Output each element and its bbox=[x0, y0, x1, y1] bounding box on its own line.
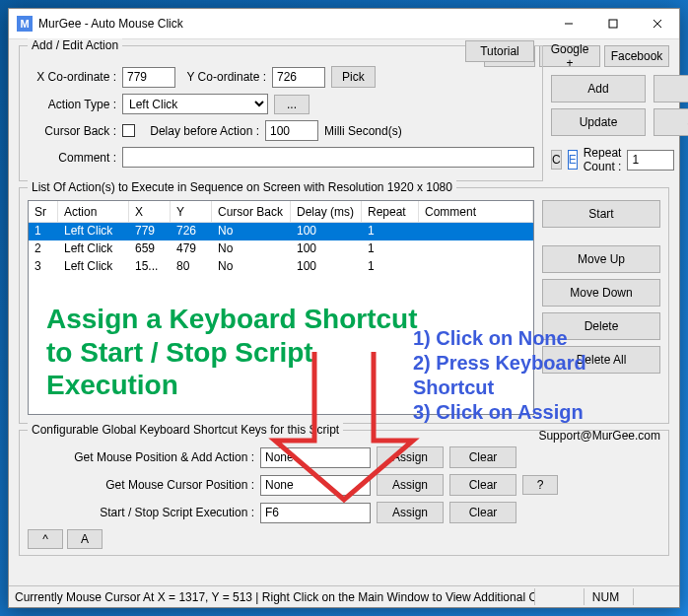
close-button[interactable] bbox=[635, 9, 679, 39]
table-row[interactable]: 2Left Click659479No1001 bbox=[29, 240, 533, 258]
action-list-title: List Of Action(s) to Execute in Sequence… bbox=[28, 180, 456, 194]
load-button[interactable]: Load bbox=[654, 75, 688, 103]
help-button[interactable]: ? bbox=[522, 475, 558, 495]
maximize-button[interactable] bbox=[590, 9, 635, 39]
assign-button[interactable]: Assign bbox=[377, 502, 444, 523]
th-action[interactable]: Action bbox=[58, 201, 129, 222]
x-coord-label: X Co-ordinate : bbox=[28, 70, 116, 84]
comment-label: Comment : bbox=[28, 151, 116, 165]
clear-button[interactable]: Clear bbox=[449, 474, 516, 496]
shortcut-input[interactable] bbox=[260, 475, 371, 496]
google-button[interactable]: Google + bbox=[539, 45, 600, 67]
minimize-button[interactable] bbox=[546, 9, 590, 39]
th-x[interactable]: X bbox=[129, 201, 171, 222]
cursor-back-checkbox[interactable] bbox=[122, 124, 135, 137]
save-button[interactable]: Save bbox=[654, 108, 688, 136]
main-window: M MurGee - Auto Mouse Click Add / Edit A… bbox=[8, 8, 680, 608]
pick-button[interactable]: Pick bbox=[331, 66, 376, 88]
window-title: MurGee - Auto Mouse Click bbox=[38, 17, 546, 31]
clear-button[interactable]: Clear bbox=[449, 502, 516, 523]
shortcut-row: Start / Stop Script Execution :AssignCle… bbox=[28, 502, 660, 523]
e-button[interactable]: E bbox=[568, 150, 578, 170]
th-sr[interactable]: Sr bbox=[29, 201, 58, 222]
x-coord-input[interactable] bbox=[122, 67, 175, 88]
move-up-button[interactable]: Move Up bbox=[542, 245, 660, 273]
action-table[interactable]: Sr Action X Y Cursor Back Delay (ms) Rep… bbox=[28, 200, 534, 415]
ms-label: Milli Second(s) bbox=[324, 124, 402, 138]
shortcut-label: Get Mouse Position & Add Action : bbox=[28, 450, 254, 464]
titlebar: M MurGee - Auto Mouse Click bbox=[9, 9, 679, 39]
app-icon: M bbox=[17, 16, 33, 32]
th-repeat[interactable]: Repeat bbox=[362, 201, 419, 222]
table-row[interactable]: 3Left Click15...80No1001 bbox=[29, 258, 533, 276]
action-more-button[interactable]: ... bbox=[274, 95, 310, 114]
status-num: NUM bbox=[585, 588, 634, 605]
y-coord-label: Y Co-ordinate : bbox=[181, 70, 266, 84]
delay-before-label: Delay before Action : bbox=[141, 124, 259, 138]
tutorial-button[interactable]: Tutorial bbox=[465, 40, 534, 62]
clear-button[interactable]: Clear bbox=[449, 446, 516, 468]
add-button[interactable]: Add bbox=[551, 75, 646, 103]
update-button[interactable]: Update bbox=[551, 108, 646, 136]
th-cursor-back[interactable]: Cursor Back bbox=[212, 201, 291, 222]
delete-button[interactable]: Delete bbox=[542, 312, 660, 340]
comment-input[interactable] bbox=[122, 147, 534, 168]
add-edit-title: Add / Edit Action bbox=[28, 38, 122, 52]
th-y[interactable]: Y bbox=[171, 201, 212, 222]
repeat-count-input[interactable] bbox=[627, 150, 674, 171]
y-coord-input[interactable] bbox=[272, 67, 325, 88]
add-edit-group: Add / Edit Action Tutorial X Co-ordinate… bbox=[19, 45, 543, 181]
shortcut-a-button[interactable]: A bbox=[67, 529, 103, 549]
shortcuts-title: Configurable Global Keyboard Shortcut Ke… bbox=[28, 423, 343, 437]
shortcut-up-button[interactable]: ^ bbox=[28, 529, 63, 549]
facebook-button[interactable]: Facebook bbox=[604, 45, 669, 67]
shortcut-row: Get Mouse Cursor Position :AssignClear? bbox=[28, 474, 660, 496]
shortcut-row: Get Mouse Position & Add Action :AssignC… bbox=[28, 446, 660, 468]
delay-input[interactable] bbox=[265, 120, 318, 141]
status-bar: Currently Mouse Cursor At X = 1317, Y = … bbox=[9, 585, 679, 607]
table-header: Sr Action X Y Cursor Back Delay (ms) Rep… bbox=[29, 201, 533, 223]
table-row[interactable]: 1Left Click779726No1001 bbox=[29, 223, 533, 240]
shortcut-input[interactable] bbox=[260, 503, 371, 523]
action-list-group: List Of Action(s) to Execute in Sequence… bbox=[19, 187, 669, 424]
cursor-back-label: Cursor Back : bbox=[28, 124, 116, 138]
action-type-select[interactable]: Left Click bbox=[122, 94, 268, 114]
shortcuts-group: Configurable Global Keyboard Shortcut Ke… bbox=[19, 430, 669, 556]
status-text: Currently Mouse Cursor At X = 1317, Y = … bbox=[15, 588, 535, 605]
assign-button[interactable]: Assign bbox=[377, 474, 444, 496]
repeat-count-label: Repeat Count : bbox=[584, 146, 622, 173]
assign-button[interactable]: Assign bbox=[377, 446, 444, 468]
delete-all-button[interactable]: Delete All bbox=[542, 346, 660, 374]
start-button[interactable]: Start bbox=[542, 200, 660, 228]
shortcut-label: Start / Stop Script Execution : bbox=[28, 506, 254, 519]
th-comment[interactable]: Comment bbox=[419, 201, 533, 222]
action-type-label: Action Type : bbox=[28, 98, 116, 111]
shortcut-label: Get Mouse Cursor Position : bbox=[28, 478, 254, 492]
svg-rect-1 bbox=[609, 20, 617, 28]
move-down-button[interactable]: Move Down bbox=[542, 279, 660, 307]
th-delay[interactable]: Delay (ms) bbox=[291, 201, 362, 222]
c-button[interactable]: C bbox=[551, 150, 562, 170]
shortcut-input[interactable] bbox=[260, 447, 371, 468]
